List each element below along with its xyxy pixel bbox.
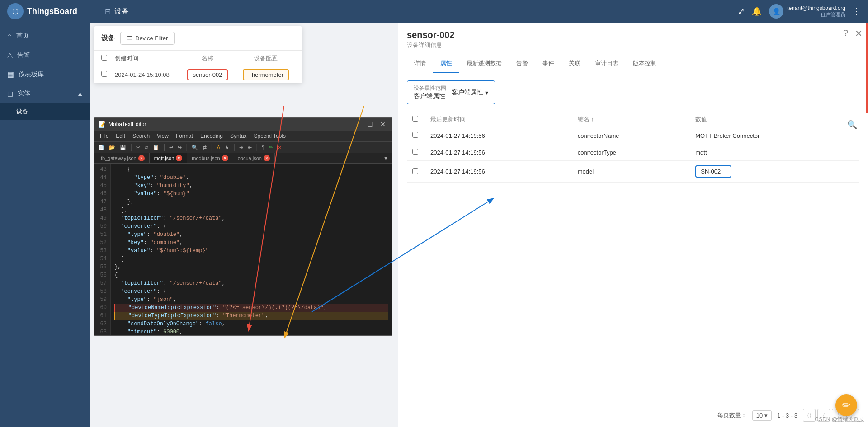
sidebar-item-dashboard[interactable]: ▦ 仪表板库 [0,65,90,84]
attributes-panel: 设备属性范围 客户端属性 客户端属性 ▾ 最后更新时间 键名 ↑ [398,73,868,190]
attr-key-2: connectorType [572,144,690,161]
moba-titlebar: 📝 MobaTextEditor — ☐ ✕ [94,118,392,131]
attr-search-icon[interactable]: 🔍 [847,120,857,130]
tab-attributes[interactable]: 属性 [433,55,459,73]
tab-modbus-label: modbus.json [192,155,220,161]
tab-tb-gateway[interactable]: tb_gateway.json ✕ [96,153,150,163]
moba-maximize-button[interactable]: ☐ [364,120,376,129]
menu-view[interactable]: View [153,131,172,141]
page-first-button[interactable]: ⟨⟨ [803,409,816,422]
sidebar-item-alarm[interactable]: △ 告警 [0,45,90,65]
menu-format[interactable]: Format [172,131,197,141]
entity-icon: ◫ [7,90,13,97]
tab-relation[interactable]: 关联 [561,55,588,73]
toolbar-open[interactable]: 📂 [107,144,117,151]
toolbar-close-x[interactable]: ✕ [276,144,283,151]
toolbar-replace[interactable]: ⇄ [201,144,208,151]
col-header-config: 设备配置 [237,54,295,62]
tab-telemetry[interactable]: 最新遥测数据 [459,55,509,73]
select-all-checkbox[interactable] [101,55,107,61]
attr-row-check-2[interactable] [412,149,418,155]
device-name-badge[interactable]: sensor-002 [187,69,227,80]
notification-icon[interactable]: 🔔 [752,6,762,16]
header-title: 设备 [114,7,129,16]
toolbar-indent[interactable]: ⇥ [237,144,245,151]
attr-scope-client: 客户端属性 [414,92,446,100]
toolbar-paste[interactable]: 📋 [151,144,161,151]
sidebar-sub-device[interactable]: 设备 [0,103,90,120]
logo-icon: ⬡ [7,3,24,19]
device-table-header: 创建时间 名称 设备配置 [94,51,302,66]
help-icon[interactable]: ? [843,28,848,38]
sidebar-entity-label: 实体 [18,89,30,98]
device-config-badge[interactable]: Thermometer [243,69,289,80]
menu-search[interactable]: Search [129,131,153,141]
watermark: CSDN @情绪大瓜皮 [815,416,864,423]
tab-modbus-close[interactable]: ✕ [222,155,228,161]
attr-row-check-3[interactable] [412,168,418,174]
toolbar-copy[interactable]: ⧉ [143,144,150,151]
toolbar-color[interactable]: A [215,144,222,151]
moba-menubar: File Edit Search View Format Encoding Sy… [94,131,392,142]
tabs-scroll-right[interactable]: ▼ [382,155,390,162]
more-menu-icon[interactable]: ⋮ [853,6,861,16]
attr-key-1: connectorName [572,127,690,144]
menu-file[interactable]: File [96,131,112,141]
menu-special-tools[interactable]: Special Tools [250,131,290,141]
tab-alarm[interactable]: 告警 [509,55,535,73]
toolbar-redo[interactable]: ↪ [176,144,184,151]
toolbar-mark[interactable]: ★ [223,144,231,151]
menu-encoding[interactable]: Encoding [197,131,226,141]
user-avatar: 👤 [769,4,783,19]
device-panel: 设备 ☰ Device Filter 创建时间 名称 设备配置 2024-01-… [94,26,302,83]
code-text[interactable]: { "type": "double", "key": "humidity", "… [111,164,392,335]
toolbar-search[interactable]: 🔍 [190,144,200,151]
filter-icon: ☰ [127,35,132,42]
tab-modbus[interactable]: modbus.json ✕ [187,153,233,163]
top-header: ⬡ ThingsBoard ⊞ 设备 ⤢ 🔔 👤 tenant@thingsbo… [0,0,868,23]
detail-close-button[interactable]: ✕ [855,28,863,39]
attr-scope-select[interactable]: 客户端属性 ▾ [452,89,488,97]
fab-edit-button[interactable]: ✏ [835,394,857,416]
tab-version[interactable]: 版本控制 [626,55,664,73]
page-size-select[interactable]: 10 ▾ [752,410,772,421]
tab-mqtt[interactable]: mqtt.json ✕ [150,153,188,163]
tab-tb-gateway-label: tb_gateway.json [101,155,137,161]
tab-audit[interactable]: 审计日志 [588,55,626,73]
sidebar-item-home[interactable]: ⌂ 首页 [0,26,90,45]
page-size-dropdown-icon: ▾ [764,412,768,419]
moba-close-button[interactable]: ✕ [377,120,388,129]
attr-scope-label: 设备属性范围 [414,84,446,92]
tab-tb-gateway-close[interactable]: ✕ [138,155,145,161]
col-header-name: 名称 [178,54,237,62]
menu-syntax[interactable]: Syntax [226,131,250,141]
moba-code-content[interactable]: 4344454647 4849505152 5354555657 5859606… [94,164,392,335]
moba-minimize-button[interactable]: — [351,120,363,129]
row-checkbox[interactable] [101,71,107,77]
tab-detail[interactable]: 详情 [407,55,433,73]
tab-event[interactable]: 事件 [535,55,561,73]
toolbar-new[interactable]: 📄 [96,144,106,151]
tab-mqtt-close[interactable]: ✕ [176,155,182,161]
toolbar-edit-pen[interactable]: ✏ [267,144,275,151]
attr-row-check-1[interactable] [412,132,418,138]
menu-edit[interactable]: Edit [112,131,129,141]
attr-select-all[interactable] [412,116,418,122]
attr-scope-dropdown-icon: ▾ [485,89,488,96]
toolbar-outdent[interactable]: ⇤ [246,144,254,151]
col-header-value: 数值 [690,112,859,127]
tab-opcua-label: opcua.json [238,155,262,161]
tab-opcua-close[interactable]: ✕ [264,155,270,161]
col-header-update-time: 最后更新时间 [425,112,572,127]
moba-app-icon: 📝 [98,121,106,128]
toolbar-cut[interactable]: ✂ [134,144,142,151]
tab-opcua[interactable]: opcua.json ✕ [233,153,275,163]
moba-window-controls: — ☐ ✕ [351,120,388,129]
device-table-row[interactable]: 2024-01-24 15:10:08 sensor-002 Thermomet… [94,66,302,83]
toolbar-undo[interactable]: ↩ [167,144,175,151]
toolbar-save[interactable]: 💾 [118,144,128,151]
toolbar-format[interactable]: ¶ [260,144,266,151]
sidebar-section-entity[interactable]: ◫ 实体 ▲ [0,84,90,103]
fullscreen-icon[interactable]: ⤢ [738,6,745,16]
device-filter-button[interactable]: ☰ Device Filter [120,32,175,45]
